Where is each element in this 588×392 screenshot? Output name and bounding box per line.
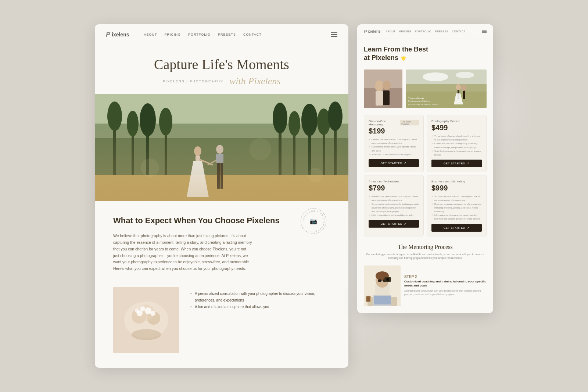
hero-title: Capture Life's Moments: [110, 56, 334, 73]
svg-point-17: [301, 104, 318, 136]
right-nav-pricing[interactable]: PRICING: [399, 30, 411, 33]
pricing-card-3-features: Five hours of personalized coaching with…: [369, 195, 419, 217]
svg-rect-53: [383, 90, 390, 105]
get-started-btn-4[interactable]: GET STARTED: [431, 224, 482, 232]
svg-point-74: [386, 278, 389, 281]
bottom-decorative-image: [113, 287, 179, 353]
page-container: P ixelens ABOUT PRICING PORTFOLIO PRESET…: [95, 24, 493, 368]
svg-marker-24: [187, 161, 209, 197]
get-started-btn-3[interactable]: GET STARTED: [369, 220, 419, 228]
pricing-card-3: Advanced Techniques $799 Five hours of p…: [364, 175, 424, 236]
svg-line-32: [208, 160, 216, 165]
pricing-card-3-price: $799: [369, 184, 419, 192]
svg-rect-14: [293, 124, 295, 175]
svg-point-45: [140, 306, 145, 311]
svg-rect-18: [323, 122, 325, 175]
nav-presets[interactable]: PRESETS: [218, 33, 236, 36]
svg-rect-70: [378, 279, 381, 282]
right-hero-title: Learn From the Best: [364, 46, 487, 54]
right-nav-about[interactable]: ABOUT: [386, 30, 396, 33]
bottom-content-section: A personalized consultation with your ph…: [95, 287, 348, 368]
bullet-item: A personalized consultation with your ph…: [190, 291, 330, 304]
svg-point-22: [194, 146, 201, 156]
svg-point-7: [127, 111, 139, 136]
mentoring-desc: Our mentoring process is designed to be …: [364, 253, 487, 260]
nav-about[interactable]: ABOUT: [144, 33, 157, 36]
right-nav-links: ABOUT PRICING PORTFOLIO PRESETS CONTACT: [386, 30, 466, 33]
pricing-card-4-features: Six hours of personalized coaching with …: [431, 195, 482, 221]
nav-contact[interactable]: CONTACT: [243, 33, 262, 36]
svg-point-42: [132, 329, 161, 340]
svg-point-61: [456, 84, 461, 90]
circular-badge: PIXELENS • PHOTOGRAPHY • 📷: [301, 208, 326, 234]
step-desc: Customized coaching and training tailore…: [404, 279, 487, 288]
pricing-grid: One-on-One Mentoring The Most Popular $1…: [357, 115, 493, 236]
pricing-card-2-features: Three hours of personalized coaching wit…: [431, 134, 482, 157]
svg-point-44: [135, 309, 139, 313]
svg-point-47: [150, 311, 155, 316]
svg-point-34: [249, 138, 271, 160]
svg-point-9: [140, 103, 156, 136]
svg-rect-52: [376, 91, 383, 106]
hamburger-menu[interactable]: [331, 32, 337, 37]
section-body-text: We believe that photography is about mor…: [113, 233, 253, 272]
svg-point-11: [159, 108, 172, 136]
svg-rect-76: [374, 296, 391, 304]
step-info: STEP 2 Customized coaching and training …: [404, 275, 487, 296]
svg-rect-31: [220, 154, 223, 161]
bullet-item: A fun and relaxed atmosphere that allows…: [190, 304, 330, 310]
left-panel: P ixelens ABOUT PRICING PORTFOLIO PRESET…: [95, 24, 348, 368]
nav-portfolio[interactable]: PORTFOLIO: [188, 33, 211, 36]
mentoring-section: The Mentoring Process Our mentoring proc…: [357, 236, 493, 313]
step-sub: A personalized consultation with your ph…: [404, 289, 487, 296]
right-image-1: [364, 70, 402, 108]
right-nav-presets[interactable]: PRESETS: [435, 30, 448, 33]
svg-rect-23: [196, 156, 200, 161]
svg-point-63: [461, 85, 466, 91]
right-nav: P ixelens ABOUT PRICING PORTFOLIO PRESET…: [357, 24, 493, 39]
right-hero-title-line2: at Pixelens 🌟: [364, 54, 487, 62]
right-nav-portfolio[interactable]: PORTFOLIO: [415, 30, 431, 33]
mentor-photo: [364, 266, 401, 306]
nav-pricing[interactable]: PRICING: [165, 33, 181, 36]
hero-breadcrumb: PIXELENS / PHOTOGRAPHY: [163, 79, 223, 83]
pricing-card-1: One-on-One Mentoring The Most Popular $1…: [364, 115, 424, 172]
svg-point-33: [141, 158, 159, 177]
get-started-btn-2[interactable]: GET STARTED: [431, 160, 482, 167]
content-section: What to Expect When You Choose Pixelens …: [95, 201, 348, 287]
svg-point-26: [216, 145, 223, 154]
right-hero-section: Learn From the Best at Pixelens 🌟: [357, 39, 493, 66]
svg-rect-10: [165, 122, 167, 175]
most-popular-badge: The Most Popular: [400, 120, 419, 125]
right-panel: P ixelens ABOUT PRICING PORTFOLIO PRESET…: [357, 24, 493, 313]
pricing-card-2-price: $499: [431, 124, 482, 132]
right-images-row: Thomas Novak Photography & Nature Landsc…: [357, 66, 493, 115]
pricing-card-2-title: Photography Basics: [431, 120, 482, 123]
svg-rect-29: [220, 163, 223, 189]
left-nav-links: ABOUT PRICING PORTFOLIO PRESETS CONTACT: [144, 33, 262, 36]
svg-rect-30: [216, 154, 219, 161]
svg-rect-3: [95, 175, 348, 201]
svg-rect-1: [95, 124, 348, 201]
left-logo[interactable]: P ixelens: [106, 31, 129, 39]
hero-image: [95, 94, 348, 201]
svg-point-50: [375, 81, 384, 92]
svg-rect-2: [95, 138, 348, 201]
right-nav-contact[interactable]: CONTACT: [452, 30, 466, 33]
svg-rect-27: [216, 154, 223, 163]
svg-point-51: [383, 81, 391, 90]
pricing-card-2: Photography Basics $499 Three hours of p…: [427, 115, 487, 172]
get-started-btn-1[interactable]: GET STARTED: [369, 159, 419, 167]
right-logo[interactable]: P ixelens: [364, 29, 381, 34]
pricing-card-4-price: $999: [431, 184, 482, 192]
mentoring-title: The Mentoring Process: [364, 244, 487, 250]
pricing-card-3-title: Advanced Techniques: [369, 180, 419, 183]
star-icon: 🌟: [401, 56, 406, 61]
pricing-card-4: Business and Marketing $999 Six hours of…: [427, 175, 487, 236]
svg-line-25: [200, 160, 212, 165]
svg-text:PIXELENS • PHOTOGRAPHY •: PIXELENS • PHOTOGRAPHY •: [302, 210, 325, 233]
right-hamburger-menu[interactable]: [482, 30, 487, 33]
mentoring-content: STEP 2 Customized coaching and training …: [364, 266, 487, 306]
pricing-card-1-price: $199: [369, 127, 419, 135]
hero-subtitle-accent: with Pixelens: [229, 76, 280, 87]
